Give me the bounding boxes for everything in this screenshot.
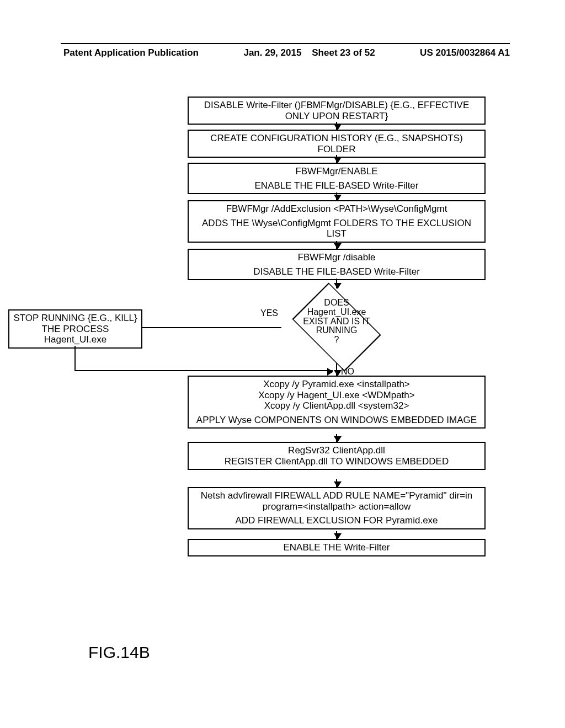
step-text-desc: APPLY Wyse COMPONENTS ON WINDOWS EMBEDDE… [192,415,481,426]
arrow-down [336,122,337,130]
step-text-desc: REGISTER ClientApp.dll TO WINDOWS EMBEDD… [192,456,481,467]
step-text-cmd: RegSvr32 ClientApp.dll [192,445,481,456]
arrow-down [336,279,337,288]
side-line: THE PROCESS [13,324,138,335]
publication-date: Jan. 29, 2015 [243,47,301,58]
publication-date-sheet: Jan. 29, 2015 Sheet 23 of 52 [243,47,375,58]
arrow-down [336,531,337,539]
step-xcopy-components: Xcopy /y Pyramid.exe <installpath> Xcopy… [188,376,486,429]
flowchart: DISABLE Write-Filter ()FBMFMgr/DISABLE) … [88,97,486,651]
decision-line: Hagent_UI.exe [276,308,397,317]
step-disable-fbwf: FBWFMgr /disable DISABLE THE FILE-BASED … [188,249,486,280]
label-yes: YES [260,308,281,318]
publication-type: Patent Application Publication [63,47,199,58]
flowchart-column: DISABLE Write-Filter ()FBMFMgr/DISABLE) … [188,97,486,651]
step-text-cmd: FBWFMgr /disable [192,252,481,263]
step-text-cmd: Xcopy /y Hagent_UI.exe <WDMpath> [192,390,481,401]
arrow-down [336,192,337,200]
step-text-desc: DISABLE THE FILE-BASED Write-Filter [192,266,481,277]
arrow-down [336,479,337,487]
step-kill-hagent: STOP RUNNING {E.G., KILL} THE PROCESS Ha… [8,309,142,349]
arrow-down [336,434,337,442]
decision-line: RUNNING [276,326,397,335]
label-no: NO [341,366,354,377]
side-line: Hagent_UI.exe [13,334,138,345]
step-text-desc: ADD FIREWALL EXCLUSION FOR Pyramid.exe [192,515,481,526]
step-text-cmd: Xcopy /y Pyramid.exe <installpath> [192,379,481,390]
route-vline [74,346,76,370]
step-text-cmd: Netsh advfirewall FIREWALL ADD RULE NAME… [192,490,481,512]
step-disable-write-filter: DISABLE Write-Filter ()FBMFMgr/DISABLE) … [188,97,486,125]
step-text: DISABLE Write-Filter ()FBMFMgr/DISABLE) … [192,100,481,121]
side-line: STOP RUNNING {E.G., KILL} [13,313,138,324]
header-rule [61,43,510,44]
step-enable-write-filter: ENABLE THE Write-Filter [188,539,486,556]
decision-line: DOES [276,298,397,308]
decision-hagent-running: DOES Hagent_UI.exe EXIST AND IS IT RUNNI… [281,288,392,366]
step-regsvr32: RegSvr32 ClientApp.dll REGISTER ClientAp… [188,442,486,470]
step-text-desc: ADDS THE \Wyse\ConfigMgmt FOLDERS TO THE… [192,218,481,239]
page-header: Patent Application Publication Jan. 29, … [63,47,510,58]
sheet-number: Sheet 23 of 52 [312,47,375,58]
step-text-cmd: FBWFMgr /AddExclusion <PATH>\Wyse\Config… [192,204,481,215]
step-text-cmd: Xcopy /y ClientApp.dll <system32> [192,400,481,411]
decision-text: DOES Hagent_UI.exe EXIST AND IS IT RUNNI… [276,298,397,345]
step-text: CREATE CONFIGURATION HISTORY (E.G., SNAP… [192,133,481,154]
arrow-down [336,155,337,163]
step-add-exclusion: FBWFMgr /AddExclusion <PATH>\Wyse\Config… [188,200,486,243]
publication-number: US 2015/0032864 A1 [420,47,510,58]
route-hline [74,370,333,371]
step-firewall-rule: Netsh advfirewall FIREWALL ADD RULE NAME… [188,487,486,529]
step-text: ENABLE THE Write-Filter [192,542,481,553]
patent-page: Patent Application Publication Jan. 29, … [0,0,565,728]
arrow-down [336,241,337,249]
step-create-config-history: CREATE CONFIGURATION HISTORY (E.G., SNAP… [188,130,486,158]
figure-label: FIG.14B [88,643,150,662]
arrow-down-no [336,363,337,376]
decision-line: EXIST AND IS IT [276,317,397,326]
step-text-desc: ENABLE THE FILE-BASED Write-Filter [192,180,481,191]
decision-line: ? [276,335,397,345]
step-text-cmd: FBWFMgr/ENABLE [192,166,481,177]
step-enable-fbwf: FBWFMgr/ENABLE ENABLE THE FILE-BASED Wri… [188,163,486,194]
